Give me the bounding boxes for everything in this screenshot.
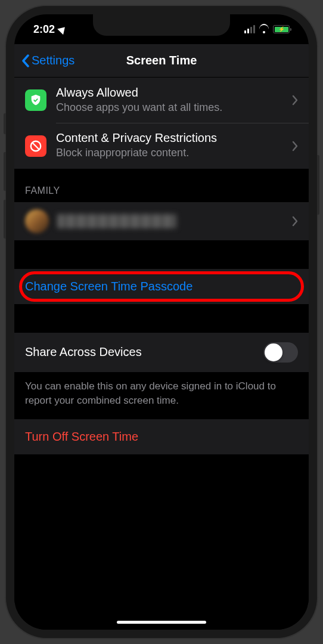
settings-content[interactable]: Always Allowed Choose apps you want at a… [14, 78, 309, 630]
check-shield-icon [25, 89, 46, 111]
row-title: Content & Privacy Restrictions [56, 131, 286, 145]
status-time: 2:02 [33, 23, 55, 36]
no-entry-icon [25, 135, 46, 157]
notch [93, 14, 230, 36]
location-icon [57, 24, 68, 35]
share-across-devices-row: Share Across Devices [14, 333, 309, 372]
avatar [25, 209, 49, 233]
phone-frame: 2:02 ⚡ Settings Screen Time [6, 6, 317, 638]
row-subtitle: Choose apps you want at all times. [56, 101, 286, 114]
chevron-right-icon [292, 95, 298, 106]
turn-off-label: Turn Off Screen Time [25, 430, 138, 443]
turn-off-screen-time-button[interactable]: Turn Off Screen Time [14, 419, 309, 454]
family-member-row[interactable] [14, 202, 309, 240]
content-privacy-row[interactable]: Content & Privacy Restrictions Block ina… [14, 123, 309, 168]
chevron-back-icon [21, 54, 29, 67]
change-passcode-label: Change Screen Time Passcode [25, 280, 192, 293]
change-passcode-button[interactable]: Change Screen Time Passcode [14, 269, 309, 304]
back-label: Settings [32, 54, 74, 67]
family-section-header: FAMILY [14, 169, 309, 202]
always-allowed-row[interactable]: Always Allowed Choose apps you want at a… [14, 78, 309, 123]
chevron-right-icon [292, 141, 298, 151]
battery-icon: ⚡ [273, 25, 290, 33]
svg-line-1 [33, 143, 39, 149]
share-across-label: Share Across Devices [25, 345, 142, 359]
row-title: Always Allowed [56, 86, 286, 100]
family-member-name-redacted [57, 214, 176, 228]
screen: 2:02 ⚡ Settings Screen Time [14, 14, 309, 630]
navigation-bar: Settings Screen Time [14, 44, 309, 78]
home-indicator[interactable] [117, 621, 206, 624]
share-across-footer: You can enable this on any device signed… [14, 372, 309, 420]
chevron-right-icon [292, 216, 298, 227]
row-subtitle: Block inappropriate content. [56, 146, 286, 160]
back-button[interactable]: Settings [14, 54, 80, 67]
wifi-icon [259, 25, 269, 33]
share-across-toggle[interactable] [263, 342, 298, 363]
cellular-signal-icon [244, 25, 255, 33]
